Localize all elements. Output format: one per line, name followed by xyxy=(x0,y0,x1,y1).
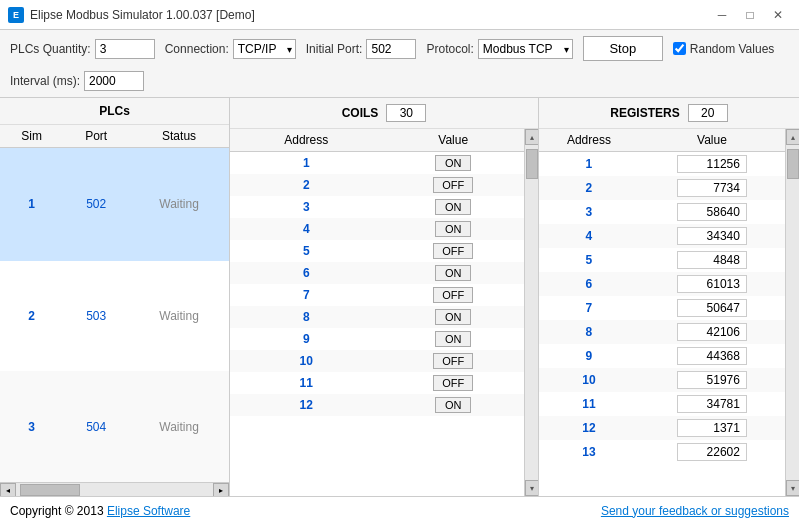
registers-sv-up[interactable]: ▴ xyxy=(786,129,799,145)
coils-count-input[interactable] xyxy=(386,104,426,122)
register-address: 12 xyxy=(539,416,639,440)
register-value-input[interactable] xyxy=(677,419,747,437)
minimize-button[interactable]: ─ xyxy=(709,5,735,25)
elipse-link[interactable]: Elipse Software xyxy=(107,504,190,518)
register-value-input[interactable] xyxy=(677,155,747,173)
interval-input[interactable] xyxy=(84,71,144,91)
coil-value-button[interactable]: ON xyxy=(435,221,471,237)
protocol-label: Protocol: xyxy=(426,42,473,56)
coil-address: 3 xyxy=(230,196,382,218)
plcs-panel-title: PLCs xyxy=(0,98,229,125)
table-row[interactable]: 2 503 Waiting xyxy=(0,261,229,372)
register-value-cell xyxy=(639,320,785,344)
close-button[interactable]: ✕ xyxy=(765,5,791,25)
registers-count-input[interactable] xyxy=(688,104,728,122)
table-row: 3 xyxy=(539,200,785,224)
register-address: 5 xyxy=(539,248,639,272)
coil-address: 8 xyxy=(230,306,382,328)
coil-value-button[interactable]: ON xyxy=(435,199,471,215)
table-row: 2 xyxy=(539,176,785,200)
hs-thumb[interactable] xyxy=(20,484,80,496)
register-value-input[interactable] xyxy=(677,299,747,317)
interval-label: Interval (ms): xyxy=(10,74,80,88)
register-value-cell xyxy=(639,440,785,464)
connection-group: Connection: TCP/IP xyxy=(165,39,296,59)
table-row[interactable]: 1 502 Waiting xyxy=(0,148,229,261)
coil-value-button[interactable]: ON xyxy=(435,309,471,325)
coil-value-cell: OFF xyxy=(382,284,524,306)
connection-select[interactable]: TCP/IP xyxy=(233,39,296,59)
plc-sim: 1 xyxy=(0,148,63,261)
coils-sv-down[interactable]: ▾ xyxy=(525,480,538,496)
maximize-button[interactable]: □ xyxy=(737,5,763,25)
register-value-input[interactable] xyxy=(677,275,747,293)
register-value-input[interactable] xyxy=(677,443,747,461)
coil-value-button[interactable]: OFF xyxy=(433,353,473,369)
coil-value-button[interactable]: ON xyxy=(435,331,471,347)
coils-sv-up[interactable]: ▴ xyxy=(525,129,538,145)
coil-value-cell: OFF xyxy=(382,372,524,394)
register-value-input[interactable] xyxy=(677,323,747,341)
register-address: 2 xyxy=(539,176,639,200)
coils-table: Address Value 1 ON 2 OFF 3 ON 4 xyxy=(230,129,524,416)
protocol-select[interactable]: Modbus TCP xyxy=(478,39,573,59)
interval-group: Interval (ms): xyxy=(10,71,144,91)
register-address: 13 xyxy=(539,440,639,464)
plcs-qty-input[interactable] xyxy=(95,39,155,59)
coils-table-area: Address Value 1 ON 2 OFF 3 ON 4 xyxy=(230,129,538,496)
coil-value-cell: ON xyxy=(382,218,524,240)
registers-scrollbar[interactable]: ▴ ▾ xyxy=(785,129,799,496)
coil-value-cell: ON xyxy=(382,328,524,350)
register-value-input[interactable] xyxy=(677,371,747,389)
app-icon: E xyxy=(8,7,24,23)
register-address: 11 xyxy=(539,392,639,416)
register-value-cell xyxy=(639,392,785,416)
initial-port-input[interactable] xyxy=(366,39,416,59)
coil-value-button[interactable]: ON xyxy=(435,155,471,171)
registers-table-area: Address Value 1 2 3 4 xyxy=(539,129,799,496)
registers-col-value: Value xyxy=(639,129,785,152)
coil-value-button[interactable]: ON xyxy=(435,397,471,413)
table-row: 1 ON xyxy=(230,152,524,175)
coils-col-value: Value xyxy=(382,129,524,152)
coil-value-button[interactable]: OFF xyxy=(433,375,473,391)
hs-right-btn[interactable]: ▸ xyxy=(213,483,229,496)
plc-port: 504 xyxy=(63,371,129,482)
coil-address: 6 xyxy=(230,262,382,284)
register-value-input[interactable] xyxy=(677,347,747,365)
register-value-input[interactable] xyxy=(677,227,747,245)
coil-value-button[interactable]: OFF xyxy=(433,177,473,193)
plcs-horizontal-scrollbar[interactable]: ◂ ▸ xyxy=(0,482,229,496)
register-address: 9 xyxy=(539,344,639,368)
register-address: 7 xyxy=(539,296,639,320)
register-address: 4 xyxy=(539,224,639,248)
coil-address: 12 xyxy=(230,394,382,416)
table-row[interactable]: 3 504 Waiting xyxy=(0,371,229,482)
registers-sv-down[interactable]: ▾ xyxy=(786,480,799,496)
registers-sv-track xyxy=(786,145,799,480)
coil-value-button[interactable]: OFF xyxy=(433,243,473,259)
coils-sv-track xyxy=(525,145,538,480)
coil-value-button[interactable]: ON xyxy=(435,265,471,281)
feedback-link[interactable]: Send your feedback or suggestions xyxy=(601,504,789,518)
main-content: PLCs Sim Port Status 1 502 Waiting 2 503… xyxy=(0,98,799,496)
registers-sv-thumb[interactable] xyxy=(787,149,799,179)
coils-scrollbar[interactable]: ▴ ▾ xyxy=(524,129,538,496)
coil-value-button[interactable]: OFF xyxy=(433,287,473,303)
register-address: 1 xyxy=(539,152,639,177)
table-row: 2 OFF xyxy=(230,174,524,196)
register-value-input[interactable] xyxy=(677,251,747,269)
random-values-checkbox[interactable] xyxy=(673,42,686,55)
stop-button[interactable]: Stop xyxy=(583,36,663,61)
table-row: 8 xyxy=(539,320,785,344)
table-row: 9 xyxy=(539,344,785,368)
register-value-input[interactable] xyxy=(677,395,747,413)
register-address: 8 xyxy=(539,320,639,344)
register-value-input[interactable] xyxy=(677,179,747,197)
title-bar: E Elipse Modbus Simulator 1.00.037 [Demo… xyxy=(0,0,799,30)
register-value-cell xyxy=(639,248,785,272)
register-value-input[interactable] xyxy=(677,203,747,221)
coils-sv-thumb[interactable] xyxy=(526,149,538,179)
hs-left-btn[interactable]: ◂ xyxy=(0,483,16,496)
table-row: 11 xyxy=(539,392,785,416)
